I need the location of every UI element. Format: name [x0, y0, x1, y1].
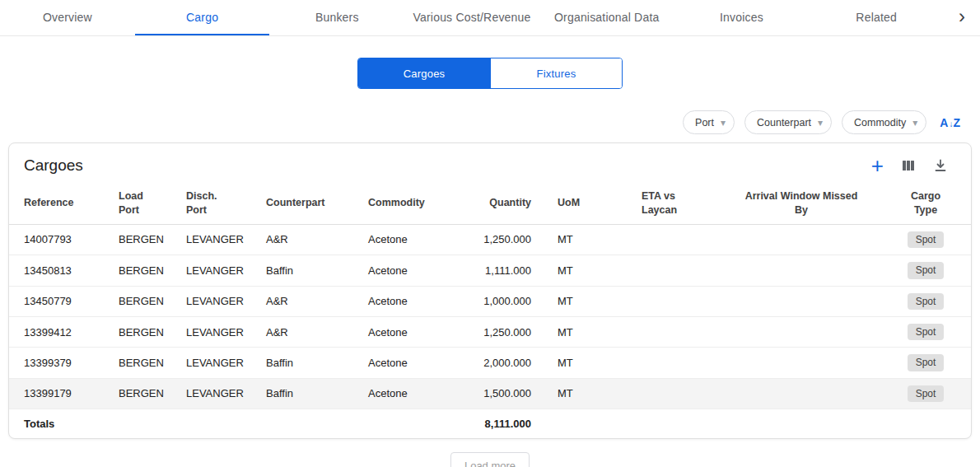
- column-header[interactable]: ETA vs Laycan: [635, 183, 724, 224]
- cell-cargo-type: Spot: [879, 255, 972, 286]
- cargo-type-badge: Spot: [908, 231, 945, 248]
- table-header-row: ReferenceLoad PortDisch. PortCounterpart…: [9, 183, 972, 224]
- column-header-label: ETA vs Laycan: [642, 189, 677, 217]
- cell-counterpart: Baffin: [259, 255, 362, 286]
- cell-quantity: 1,250.000: [462, 316, 551, 347]
- chevron-down-icon: ▾: [818, 118, 823, 128]
- load-more-button[interactable]: Load more: [450, 452, 530, 467]
- cell-arrival-window-missed-by: [724, 224, 879, 255]
- nav-tab[interactable]: Cargo: [135, 0, 270, 35]
- cargo-type-badge: Spot: [908, 324, 945, 340]
- cell-cargo-type: Spot: [879, 378, 972, 409]
- filter-chip-label: Commodity: [854, 117, 906, 128]
- cell-load-port: BERGEN: [112, 224, 180, 255]
- filter-chip[interactable]: Counterpart ▾: [744, 110, 832, 134]
- nav-tab[interactable]: Bunkers: [269, 0, 404, 35]
- nav-tab[interactable]: Overview: [0, 0, 135, 35]
- column-settings-button[interactable]: [900, 157, 917, 174]
- column-header[interactable]: Counterpart: [259, 183, 362, 224]
- table-row[interactable]: 13399179 BERGEN LEVANGER Baffin Acetone …: [9, 378, 972, 409]
- column-header[interactable]: Disch. Port: [180, 183, 259, 224]
- cell-arrival-window-missed-by: [724, 378, 879, 409]
- cargo-type-badge: Spot: [908, 262, 945, 278]
- totals-quantity: 8,111.000: [462, 409, 551, 439]
- cell-uom: MT: [551, 378, 635, 409]
- cell-load-port: BERGEN: [112, 255, 180, 286]
- table-row[interactable]: 13399412 BERGEN LEVANGER A&R Acetone 1,2…: [9, 316, 972, 347]
- view-toggle-button[interactable]: Fixtures: [490, 58, 622, 88]
- cargo-type-badge: Spot: [908, 354, 945, 371]
- view-toggle-button[interactable]: Cargoes: [358, 58, 490, 88]
- column-header-label: Cargo Type: [911, 189, 940, 217]
- cell-uom: MT: [551, 255, 635, 286]
- cell-quantity: 1,000.000: [462, 286, 551, 316]
- filter-chip[interactable]: Port ▾: [683, 110, 735, 134]
- column-header[interactable]: Quantity: [462, 183, 551, 224]
- filter-chip-label: Port: [695, 117, 714, 128]
- column-header[interactable]: Commodity: [362, 183, 462, 224]
- column-header[interactable]: Load Port: [112, 183, 180, 224]
- sort-letter-a: A: [940, 116, 948, 129]
- columns-icon: [900, 157, 917, 174]
- cell-disch-port: LEVANGER: [180, 316, 259, 347]
- filter-row: Port ▾ Counterpart ▾ Commodity ▾ A ↓ Z: [0, 110, 980, 134]
- cell-arrival-window-missed-by: [724, 255, 879, 286]
- cell-commodity: Acetone: [362, 286, 462, 316]
- cell-counterpart: Baffin: [259, 348, 362, 378]
- chevron-down-icon: ▾: [721, 118, 726, 128]
- empty-cell: [259, 409, 362, 439]
- plus-icon: +: [871, 157, 884, 174]
- cell-uom: MT: [551, 286, 635, 316]
- download-icon: [933, 158, 948, 173]
- sort-letter-z: Z: [953, 116, 960, 129]
- column-header-label: UoM: [558, 196, 580, 210]
- column-header[interactable]: Cargo Type: [879, 183, 972, 224]
- cell-cargo-type: Spot: [879, 316, 972, 347]
- column-header-label: Commodity: [368, 196, 425, 210]
- cell-arrival-window-missed-by: [724, 348, 879, 378]
- chevron-right-icon[interactable]: ›: [944, 0, 980, 35]
- chevron-down-icon: ▾: [912, 118, 917, 128]
- cell-disch-port: LEVANGER: [180, 255, 259, 286]
- nav-tab[interactable]: Organisational Data: [539, 0, 674, 35]
- table-row[interactable]: 14007793 BERGEN LEVANGER A&R Acetone 1,2…: [9, 224, 972, 255]
- download-button[interactable]: [933, 158, 948, 173]
- table-row[interactable]: 13450813 BERGEN LEVANGER Baffin Acetone …: [9, 255, 972, 286]
- cell-eta-vs-laycan: [635, 286, 724, 316]
- cell-reference: 13450813: [9, 255, 112, 286]
- nav-tab[interactable]: Invoices: [674, 0, 810, 35]
- cell-disch-port: LEVANGER: [180, 286, 259, 316]
- table-row[interactable]: 13450779 BERGEN LEVANGER A&R Acetone 1,0…: [9, 286, 972, 316]
- cell-reference: 13450779: [9, 286, 112, 316]
- sort-alpha-icon[interactable]: A ↓ Z: [940, 116, 960, 129]
- totals-label: Totals: [9, 409, 112, 439]
- cell-disch-port: LEVANGER: [180, 348, 259, 378]
- view-toggle-wrap: CargoesFixtures: [0, 58, 980, 89]
- cell-eta-vs-laycan: [635, 255, 724, 286]
- column-header[interactable]: Arrival Window Missed By: [724, 183, 879, 224]
- cell-cargo-type: Spot: [879, 224, 972, 255]
- cargo-type-badge: Spot: [908, 293, 945, 310]
- filter-chip[interactable]: Commodity ▾: [842, 110, 926, 134]
- nav-tab[interactable]: Related: [809, 0, 944, 35]
- column-header[interactable]: UoM: [551, 183, 635, 224]
- top-nav: OverviewCargoBunkersVarious Cost/Revenue…: [0, 0, 980, 36]
- cell-commodity: Acetone: [362, 316, 462, 347]
- load-more-wrap: Load more: [0, 452, 980, 467]
- column-header[interactable]: Reference: [9, 183, 112, 224]
- cell-reference: 13399379: [9, 348, 112, 378]
- cell-uom: MT: [551, 348, 635, 378]
- card-title: Cargoes: [24, 156, 83, 175]
- cell-load-port: BERGEN: [112, 286, 180, 316]
- cell-quantity: 2,000.000: [462, 348, 551, 378]
- column-header-label: Reference: [24, 196, 73, 210]
- cell-eta-vs-laycan: [635, 316, 724, 347]
- empty-cell: [724, 409, 879, 439]
- table-row[interactable]: 13399379 BERGEN LEVANGER Baffin Acetone …: [9, 348, 972, 378]
- add-button[interactable]: +: [871, 157, 884, 174]
- empty-cell: [180, 409, 259, 439]
- cell-quantity: 1,250.000: [462, 224, 551, 255]
- table-body: 14007793 BERGEN LEVANGER A&R Acetone 1,2…: [9, 224, 972, 409]
- nav-tab[interactable]: Various Cost/Revenue: [404, 0, 539, 35]
- cell-quantity: 1,500.000: [462, 378, 551, 409]
